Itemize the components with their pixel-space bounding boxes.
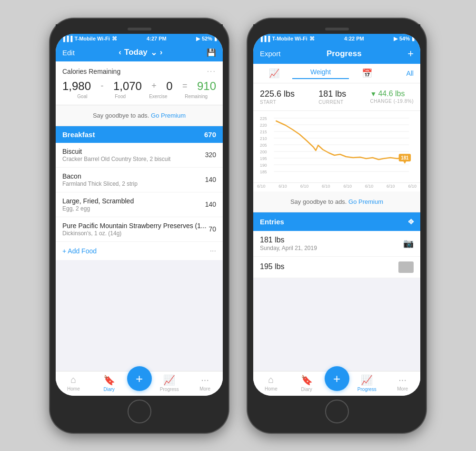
tab-diary[interactable]: 🔖 Diary — [91, 374, 127, 392]
tab-more-2[interactable]: ··· More — [385, 374, 420, 391]
chart-type-icon[interactable]: 📈 — [269, 69, 279, 78]
share-icon[interactable]: ⎆ — [408, 217, 414, 227]
diary-icon-2: 🔖 — [301, 374, 313, 386]
battery-label: 52% — [202, 36, 212, 41]
entry-item-1[interactable]: 195 lbs — [253, 257, 420, 278]
tab-progress[interactable]: 📈 Progress — [152, 374, 188, 392]
ad-banner-progress: Say goodbye to ads. Go Premium — [253, 191, 420, 212]
home-button-2[interactable] — [325, 400, 349, 423]
add-food-button[interactable]: + Add Food — [62, 247, 97, 255]
progress-title-label: Progress — [327, 49, 362, 59]
time-label-2: 4:22 PM — [344, 36, 364, 41]
home-icon-2: ⌂ — [268, 374, 274, 385]
phone-speaker-2 — [325, 28, 349, 30]
stat-change-label: CHANGE (-19.8%) — [370, 99, 414, 104]
entry-weight-0: 181 lbs — [260, 236, 317, 244]
exercise-label: Exercise — [139, 94, 178, 99]
food-item-biscuit[interactable]: Biscuit Cracker Barrel Old Country Store… — [56, 143, 223, 168]
entry-weight-1: 195 lbs — [260, 262, 285, 271]
progress-content: 📈 Weight 📅 All 225.6 lbs START — [253, 64, 420, 396]
svg-text:220: 220 — [260, 122, 267, 127]
breakfast-header: Breakfast 670 — [56, 126, 223, 143]
calories-menu-icon[interactable]: ··· — [207, 67, 216, 76]
stat-change: ▼ 44.6 lbs CHANGE (-19.8%) — [370, 89, 414, 105]
food-item-eggs[interactable]: Large, Fried, Scrambled Egg, 2 egg 140 — [56, 192, 223, 217]
go-premium-link-diary[interactable]: Go Premium — [151, 112, 186, 119]
nav-back-icon[interactable]: ‹ — [119, 48, 121, 57]
add-entry-button[interactable]: + — [407, 48, 414, 60]
tab-progress-2[interactable]: 📈 Progress — [349, 374, 385, 392]
ad-text-2: Say goodbye to ads. — [290, 198, 347, 205]
home-button[interactable] — [128, 400, 151, 423]
progress-nav-header: Export Progress + — [253, 44, 420, 64]
weight-tab[interactable]: Weight — [310, 68, 331, 76]
nav-dropdown-icon[interactable]: ⌄ — [150, 48, 157, 58]
stat-start-label: START — [260, 100, 295, 105]
tab-home-2[interactable]: ⌂ Home — [253, 374, 289, 391]
battery-label-2: 54% — [399, 36, 410, 41]
progress-type-tabs: 📈 Weight 📅 All — [253, 64, 420, 83]
add-icon-2: + — [333, 372, 340, 385]
ad-text: Say goodbye to ads. — [93, 112, 149, 119]
tab-home[interactable]: ⌂ Home — [56, 374, 91, 391]
ad-banner-diary: Say goodbye to ads. Go Premium — [56, 105, 223, 126]
food-item-bacon[interactable]: Bacon Farmland Thick Sliced, 2 strip 140 — [56, 168, 223, 192]
tab-bar-diary: ⌂ Home 🔖 Diary + 📈 Progress ··· More — [56, 371, 223, 396]
remaining-value: 910 — [197, 80, 216, 93]
equals-op: = — [182, 81, 188, 91]
more-label: More — [199, 386, 210, 391]
diary-nav-header: Edit ‹ Today ⌄ › 💾 — [56, 44, 223, 61]
all-tab[interactable]: All — [406, 70, 414, 77]
wifi-icon-2: ⌘ — [309, 36, 315, 42]
home-icon: ⌂ — [70, 374, 76, 385]
home-label-2: Home — [265, 386, 278, 391]
diary-label: Diary — [103, 387, 114, 392]
diary-content: Calories Remaining ··· 1,980 - 1,070 + 0… — [56, 61, 223, 396]
phone-progress: ▐▐▐ T-Mobile Wi-Fi ⌘ 4:22 PM ▶ 54% ▮ Exp… — [248, 19, 426, 433]
svg-text:195: 195 — [260, 156, 267, 160]
entry-item-0[interactable]: 181 lbs Sunday, April 21, 2019 📷 — [253, 231, 420, 257]
goal-label: Goal — [63, 94, 101, 99]
add-button[interactable]: + — [127, 366, 152, 391]
calendar-icon[interactable]: 📅 — [362, 69, 372, 78]
diary-label-2: Diary — [301, 387, 312, 392]
food-more-icon[interactable]: ··· — [210, 247, 216, 255]
edit-button[interactable]: Edit — [62, 49, 75, 57]
time-label: 4:27 PM — [147, 36, 167, 41]
stats-row: 225.6 lbs START 181 lbs CURRENT ▼ 44.6 l… — [253, 83, 420, 111]
save-icon[interactable]: 💾 — [207, 48, 216, 57]
export-button[interactable]: Export — [260, 50, 280, 58]
food-value: 1,070 — [113, 80, 142, 93]
tab-diary-2[interactable]: 🔖 Diary — [289, 374, 325, 392]
nav-forward-icon[interactable]: › — [160, 48, 163, 57]
svg-text:185: 185 — [260, 169, 267, 174]
gps-icon: ▶ — [196, 36, 200, 42]
wifi-icon: ⌘ — [112, 36, 117, 42]
change-arrow-icon: ▼ — [370, 90, 377, 98]
add-button-2[interactable]: + — [325, 366, 349, 391]
camera-icon-0[interactable]: 📷 — [403, 238, 414, 249]
food-cal-1: 140 — [205, 176, 216, 183]
food-cal-0: 320 — [205, 151, 216, 159]
status-bar-2: ▐▐▐ T-Mobile Wi-Fi ⌘ 4:22 PM ▶ 54% ▮ — [253, 34, 420, 44]
food-item-preserves[interactable]: Pure Pacific Mountain Strawberry Preserv… — [56, 217, 223, 242]
food-name-1: Bacon — [62, 172, 138, 180]
carrier-label-2: T-Mobile Wi-Fi — [272, 36, 307, 41]
stat-start-value: 225.6 lbs — [260, 89, 295, 99]
phone-diary: ▐▐▐ T-Mobile Wi-Fi ⌘ 4:27 PM ▶ 52% ▮ Edi… — [50, 19, 228, 433]
photo-thumbnail — [398, 261, 414, 273]
svg-text:200: 200 — [260, 149, 267, 154]
more-icon-2: ··· — [398, 374, 407, 385]
progress-icon: 📈 — [163, 374, 175, 386]
food-label: Food — [101, 94, 139, 99]
entries-header: Entries ⎆ — [253, 212, 420, 231]
minus-op: - — [100, 81, 103, 91]
svg-text:181: 181 — [401, 155, 409, 160]
food-detail-3: Dickinson's, 1 oz. (14g) — [62, 230, 207, 237]
battery-icon: ▮ — [214, 36, 217, 42]
more-icon: ··· — [201, 374, 209, 385]
tab-more[interactable]: ··· More — [187, 374, 223, 391]
weight-chart-svg: 225 220 215 210 205 200 195 190 185 181 — [260, 116, 414, 178]
food-detail-2: Egg, 2 egg — [62, 205, 134, 212]
go-premium-link-progress[interactable]: Go Premium — [348, 198, 383, 205]
